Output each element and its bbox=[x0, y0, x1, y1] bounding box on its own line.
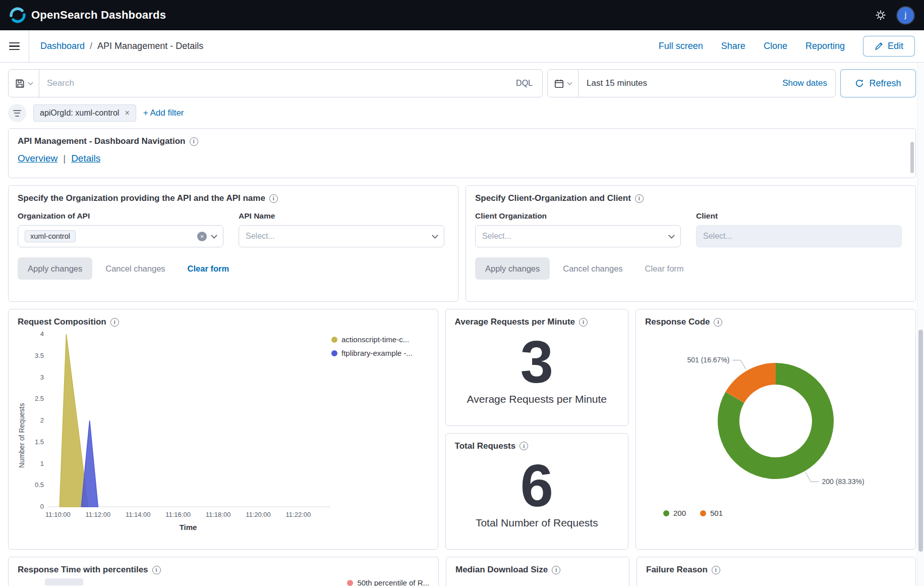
response-code-donut: 200 (83.33%)501 (16.67%) bbox=[645, 327, 906, 505]
field-label: API Name bbox=[239, 211, 444, 221]
menu-button[interactable] bbox=[0, 30, 29, 62]
client-select-disabled: Select... bbox=[696, 225, 902, 247]
panel-title-text: Failure Reason bbox=[646, 565, 708, 575]
panel-title-text: Response Time with percentiles bbox=[18, 565, 148, 575]
client-organization-select[interactable]: Select... bbox=[475, 225, 681, 247]
info-icon[interactable] bbox=[635, 194, 644, 203]
select-placeholder: Select... bbox=[246, 232, 275, 241]
full-screen-link[interactable]: Full screen bbox=[659, 41, 703, 51]
filter-pill[interactable]: apiOrgId: xuml-control × bbox=[33, 104, 136, 122]
legend-item[interactable]: ftplibrary-example -... bbox=[331, 349, 413, 357]
dashboard-grid: API Management - Dashboard Navigation Ov… bbox=[0, 122, 924, 586]
nav-link-details[interactable]: Details bbox=[71, 153, 100, 164]
panel-title-text: Request Composition bbox=[18, 317, 106, 327]
breadcrumb-bar: Dashboard / API Management - Details Ful… bbox=[0, 30, 924, 63]
settings-icon[interactable] bbox=[875, 10, 886, 21]
panel-title: API Management - Dashboard Navigation bbox=[18, 136, 906, 146]
svg-text:501 (16.67%): 501 (16.67%) bbox=[687, 356, 729, 364]
legend-item[interactable]: 501 bbox=[700, 509, 723, 517]
legend-item[interactable]: 50th percentile of R... bbox=[347, 578, 429, 586]
panel-scrollbar-thumb[interactable] bbox=[910, 142, 914, 173]
svg-text:200 (83.33%): 200 (83.33%) bbox=[822, 477, 864, 486]
refresh-button[interactable]: Refresh bbox=[840, 69, 916, 97]
info-icon[interactable] bbox=[712, 566, 720, 574]
breadcrumb: Dashboard / API Management - Details bbox=[40, 41, 203, 51]
panel-title: Specify Client-Organization and Client bbox=[475, 193, 906, 203]
y-axis-label: Number of Requests bbox=[18, 329, 29, 542]
filter-bar: apiOrgId: xuml-control × + Add filter bbox=[8, 104, 916, 122]
legend-label: actionscript-time-c... bbox=[341, 335, 409, 344]
info-icon[interactable] bbox=[269, 194, 278, 203]
panel-title: Specify the Organization providing the A… bbox=[18, 193, 449, 203]
save-icon bbox=[15, 79, 25, 88]
opensearch-brand[interactable]: OpenSearch Dashboards bbox=[9, 7, 166, 24]
header-right: j bbox=[875, 6, 915, 25]
info-icon[interactable] bbox=[190, 137, 198, 146]
organization-combobox[interactable]: xuml-control bbox=[18, 225, 223, 247]
field-client-organization: Client Organization Select... bbox=[475, 211, 681, 247]
legend-label: 501 bbox=[710, 509, 723, 517]
info-icon[interactable] bbox=[552, 566, 560, 574]
field-label: Organization of API bbox=[18, 211, 223, 221]
filter-pill-label: apiOrgId: xuml-control bbox=[40, 109, 119, 118]
panel-title-text: Specify the Organization providing the A… bbox=[18, 193, 265, 203]
pencil-icon bbox=[875, 42, 883, 50]
legend-swatch bbox=[331, 350, 337, 356]
panel-avg-requests: Average Requests per Minute 3 Average Re… bbox=[445, 309, 628, 426]
top-actions: Full screen Share Clone Reporting Edit bbox=[659, 36, 924, 57]
panel-title: Request Composition bbox=[18, 317, 429, 327]
date-picker: Last 15 minutes Show dates bbox=[547, 69, 836, 97]
show-dates-button[interactable]: Show dates bbox=[774, 78, 835, 88]
stats-column: Average Requests per Minute 3 Average Re… bbox=[445, 309, 628, 550]
clear-selection-icon[interactable] bbox=[197, 232, 207, 241]
svg-text:11:22:00: 11:22:00 bbox=[286, 511, 311, 518]
remove-filter-icon[interactable]: × bbox=[125, 109, 129, 117]
info-icon[interactable] bbox=[110, 318, 119, 327]
field-label: Client bbox=[696, 211, 902, 221]
reporting-link[interactable]: Reporting bbox=[805, 41, 845, 51]
query-language-button[interactable]: DQL bbox=[506, 79, 542, 88]
opensearch-logo-icon bbox=[9, 7, 26, 24]
breadcrumb-dashboard[interactable]: Dashboard bbox=[40, 41, 85, 51]
hamburger-icon bbox=[9, 40, 20, 52]
panel-response-time: Response Time with percentiles 50th perc… bbox=[8, 557, 439, 586]
saved-query-button[interactable] bbox=[9, 70, 39, 97]
chart-fragment bbox=[45, 578, 83, 585]
panel-dashboard-navigation: API Management - Dashboard Navigation Ov… bbox=[8, 128, 916, 178]
legend-label: 200 bbox=[673, 509, 686, 517]
info-icon[interactable] bbox=[152, 566, 161, 574]
search-input[interactable] bbox=[39, 78, 506, 88]
user-avatar[interactable]: j bbox=[896, 6, 915, 25]
calendar-button[interactable] bbox=[548, 70, 579, 97]
panel-median-download-size: Median Download Size bbox=[446, 557, 629, 586]
cancel-changes-button: Cancel changes bbox=[96, 257, 174, 280]
panel-client-org-form: Specify Client-Organization and Client C… bbox=[466, 185, 916, 302]
selected-option-chip[interactable]: xuml-control bbox=[25, 230, 76, 242]
scrollbar-thumb[interactable] bbox=[918, 330, 923, 552]
chart-legend: actionscript-time-c...ftplibrary-example… bbox=[331, 329, 426, 542]
clone-link[interactable]: Clone bbox=[764, 41, 787, 51]
edit-button[interactable]: Edit bbox=[863, 36, 915, 57]
refresh-icon bbox=[855, 79, 864, 88]
share-link[interactable]: Share bbox=[721, 41, 745, 51]
time-range-value[interactable]: Last 15 minutes bbox=[579, 78, 655, 88]
panel-title: Median Download Size bbox=[455, 565, 620, 575]
svg-text:3.5: 3.5 bbox=[35, 352, 44, 359]
nav-link-overview[interactable]: Overview bbox=[18, 153, 57, 164]
chart-legend: 200501 bbox=[645, 509, 906, 517]
add-filter-link[interactable]: + Add filter bbox=[143, 108, 184, 118]
page-scrollbar[interactable] bbox=[917, 63, 924, 586]
request-composition-chart: 00.511.522.533.5411:10:0011:12:0011:14:0… bbox=[29, 329, 331, 533]
panel-title-text: Median Download Size bbox=[455, 565, 548, 575]
cancel-changes-button: Cancel changes bbox=[554, 257, 631, 280]
info-icon[interactable] bbox=[714, 318, 722, 327]
api-name-select[interactable]: Select... bbox=[239, 225, 444, 247]
svg-text:0: 0 bbox=[40, 503, 44, 510]
legend-swatch bbox=[663, 510, 669, 516]
legend-item[interactable]: actionscript-time-c... bbox=[331, 335, 409, 344]
clear-form-button[interactable]: Clear form bbox=[179, 257, 239, 280]
legend-label: ftplibrary-example -... bbox=[341, 349, 413, 357]
legend-item[interactable]: 200 bbox=[663, 509, 686, 517]
svg-text:2.5: 2.5 bbox=[35, 395, 44, 402]
filter-icon[interactable] bbox=[8, 104, 26, 122]
